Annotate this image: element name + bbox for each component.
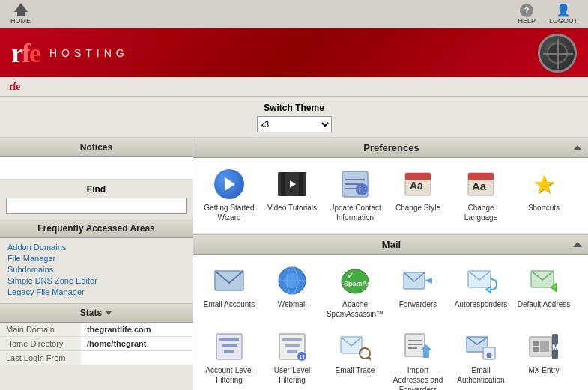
svg-rect-45 bbox=[533, 341, 539, 346]
content-area: Preferences Getting Started Wizard bbox=[193, 138, 588, 390]
webmail-label: Webmail bbox=[278, 299, 307, 309]
mail-section: Mail Email Accounts bbox=[193, 234, 588, 390]
email-accounts-item[interactable]: Email Accounts bbox=[199, 260, 259, 323]
svg-rect-3 bbox=[345, 183, 360, 185]
link-legacy-file-manager[interactable]: Legacy File Manager bbox=[7, 287, 185, 296]
link-dns-zone-editor[interactable]: Simple DNS Zone Editor bbox=[7, 276, 185, 285]
default-address-item[interactable]: Default Address bbox=[514, 260, 574, 323]
sidebar: Notices Find Frequently Accessed Areas A… bbox=[0, 138, 193, 390]
forwarders-item[interactable]: Forwarders bbox=[388, 260, 448, 323]
getting-started-label: Getting Started Wizard bbox=[202, 203, 256, 222]
svg-rect-26 bbox=[222, 344, 237, 347]
mail-collapse-icon[interactable] bbox=[573, 242, 582, 247]
getting-started-item[interactable]: Getting Started Wizard bbox=[199, 164, 259, 227]
logo-area: rfe HOSTING bbox=[11, 37, 129, 69]
import-addresses-label: Import Addresses and Forwarders bbox=[391, 365, 445, 390]
svg-rect-31 bbox=[287, 350, 297, 353]
preferences-collapse-icon[interactable] bbox=[573, 145, 582, 150]
video-tutorials-icon bbox=[276, 168, 308, 200]
shortcuts-label: Shortcuts bbox=[528, 203, 560, 213]
update-contact-item[interactable]: i Update Contact Information bbox=[325, 164, 385, 227]
email-authentication-icon bbox=[465, 331, 497, 362]
change-style-item[interactable]: Aa Change Style bbox=[388, 164, 448, 227]
webmail-item[interactable]: Webmail bbox=[262, 260, 322, 323]
svg-rect-38 bbox=[408, 340, 422, 341]
user-filtering-icon: U bbox=[276, 331, 308, 362]
email-trace-label: Email Trace bbox=[336, 365, 375, 375]
stat-value-domain: thegrantlife.com bbox=[81, 323, 193, 337]
svg-text:M: M bbox=[552, 342, 559, 351]
hosting-text: HOSTING bbox=[49, 47, 129, 59]
logout-label: LOGOUT bbox=[549, 17, 578, 25]
theme-switcher: Switch Theme x3 paper_lantern bbox=[0, 97, 588, 138]
autoresponders-item[interactable]: Autoresponders bbox=[451, 260, 511, 323]
find-label: Find bbox=[6, 184, 187, 195]
apache-spamassassin-item[interactable]: SpamAssassin ✓ Apache SpamAssassin™ bbox=[325, 260, 385, 323]
link-addon-domains[interactable]: Addon Domains bbox=[7, 243, 185, 252]
user-filtering-item[interactable]: U User-Level Filtering bbox=[262, 326, 322, 390]
table-row: Home Directory /home/thegrant bbox=[0, 337, 193, 351]
mail-label: Mail bbox=[382, 239, 401, 250]
email-accounts-icon bbox=[213, 265, 245, 296]
stats-table: Main Domain thegrantlife.com Home Direct… bbox=[0, 323, 193, 365]
svg-rect-27 bbox=[224, 350, 234, 353]
svg-rect-2 bbox=[345, 179, 365, 180]
email-trace-icon bbox=[339, 331, 371, 362]
find-input[interactable] bbox=[6, 198, 187, 214]
site-header: rfe HOSTING bbox=[0, 28, 588, 77]
stat-value-login bbox=[81, 351, 193, 365]
svg-text:Aa: Aa bbox=[410, 180, 423, 192]
change-language-item[interactable]: Aa Change Language bbox=[451, 164, 511, 227]
webmail-icon bbox=[276, 265, 308, 296]
link-file-manager[interactable]: File Manager bbox=[7, 254, 185, 263]
notices-header: Notices bbox=[0, 138, 193, 157]
globe-inner bbox=[547, 43, 568, 64]
svg-point-5 bbox=[356, 183, 368, 195]
forwarders-icon bbox=[402, 265, 434, 296]
preferences-label: Preferences bbox=[363, 142, 419, 153]
link-subdomains[interactable]: Subdomains bbox=[7, 265, 185, 274]
logout-button[interactable]: 👤 LOGOUT bbox=[545, 1, 582, 26]
email-authentication-label: Email Authentication bbox=[454, 365, 508, 385]
mx-entry-item[interactable]: M MX Entry bbox=[514, 326, 574, 390]
preferences-section: Preferences Getting Started Wizard bbox=[193, 138, 588, 233]
stats-expand-icon[interactable] bbox=[105, 311, 112, 315]
home-label: HOME bbox=[10, 17, 31, 25]
autoresponders-icon bbox=[465, 265, 497, 296]
svg-rect-47 bbox=[540, 341, 549, 352]
svg-marker-0 bbox=[290, 180, 296, 188]
apache-spamassassin-icon: SpamAssassin ✓ bbox=[339, 265, 371, 296]
theme-select[interactable]: x3 paper_lantern bbox=[257, 116, 332, 132]
preferences-header: Preferences bbox=[193, 138, 588, 158]
svg-rect-25 bbox=[219, 338, 239, 341]
stat-value-home: /home/thegrant bbox=[81, 337, 193, 351]
import-addresses-item[interactable]: Import Addresses and Forwarders bbox=[388, 326, 448, 390]
default-address-label: Default Address bbox=[518, 299, 571, 309]
email-trace-item[interactable]: Email Trace bbox=[325, 326, 385, 390]
top-nav-right: ? HELP 👤 LOGOUT bbox=[513, 1, 582, 26]
svg-rect-30 bbox=[285, 344, 300, 347]
find-section: Find bbox=[0, 180, 193, 219]
notices-label: Notices bbox=[80, 142, 112, 153]
help-button[interactable]: ? HELP bbox=[513, 2, 540, 26]
stat-key-domain: Main Domain bbox=[0, 323, 81, 337]
mail-icons-grid: Email Accounts Webmail bbox=[193, 255, 588, 390]
frequently-accessed-links: Addon Domains File Manager Subdomains Si… bbox=[0, 238, 193, 303]
account-filtering-item[interactable]: Account-Level Filtering bbox=[199, 326, 259, 390]
home-button[interactable]: HOME bbox=[6, 1, 35, 26]
update-contact-label: Update Contact Information bbox=[328, 203, 382, 222]
help-icon: ? bbox=[520, 4, 533, 17]
top-nav-left: HOME bbox=[6, 1, 35, 26]
preferences-icons-grid: Getting Started Wizard Video Tutorials bbox=[193, 158, 588, 233]
logout-icon: 👤 bbox=[556, 3, 571, 17]
svg-rect-43 bbox=[487, 353, 491, 358]
frequently-accessed-header: Frequently Accessed Areas bbox=[0, 219, 193, 238]
shortcuts-item[interactable]: ★ Shortcuts bbox=[514, 164, 574, 227]
breadcrumb-logo: rfe bbox=[9, 81, 19, 93]
video-tutorials-label: Video Tutorials bbox=[267, 203, 317, 213]
email-authentication-item[interactable]: Email Authentication bbox=[451, 326, 511, 390]
video-tutorials-item[interactable]: Video Tutorials bbox=[262, 164, 322, 227]
getting-started-icon bbox=[213, 168, 245, 200]
svg-text:Aa: Aa bbox=[472, 180, 487, 192]
stat-key-home: Home Directory bbox=[0, 337, 81, 351]
